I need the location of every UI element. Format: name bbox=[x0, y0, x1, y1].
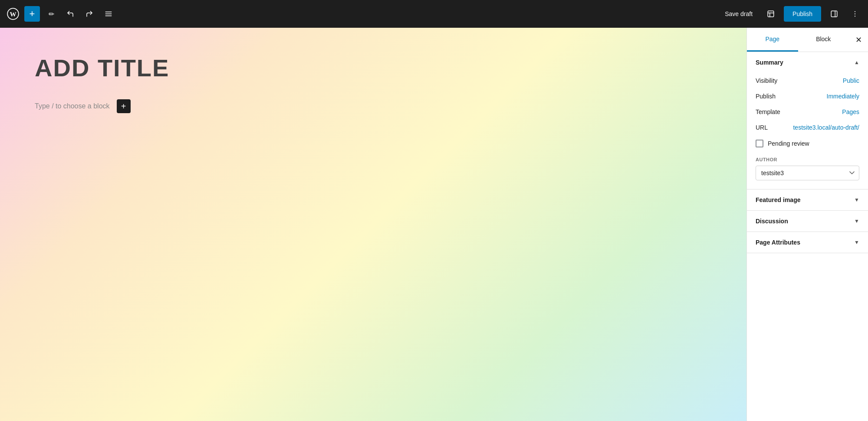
undo-button[interactable] bbox=[62, 6, 78, 22]
main-area: ADD TITLE Type / to choose a block + Pag… bbox=[0, 28, 868, 421]
add-block-toolbar-button[interactable]: + bbox=[24, 6, 40, 22]
template-row: Template Pages bbox=[756, 104, 859, 120]
discussion-title: Discussion bbox=[756, 218, 788, 225]
edit-icon: ✏ bbox=[49, 10, 54, 18]
more-options-button[interactable] bbox=[847, 6, 863, 22]
svg-point-10 bbox=[855, 11, 855, 12]
editor-canvas[interactable]: ADD TITLE Type / to choose a block + bbox=[0, 28, 746, 421]
sidebar-tabs: Page Block ✕ bbox=[747, 28, 868, 52]
discussion-chevron-down-icon: ▼ bbox=[854, 218, 859, 224]
post-title[interactable]: ADD TITLE bbox=[35, 54, 712, 82]
close-icon: ✕ bbox=[855, 35, 862, 45]
wp-logo[interactable]: W bbox=[5, 6, 21, 22]
featured-image-section[interactable]: Featured image ▼ bbox=[747, 189, 868, 211]
summary-chevron-up-icon: ▲ bbox=[854, 59, 859, 65]
list-view-button[interactable] bbox=[101, 6, 116, 22]
visibility-label: Visibility bbox=[756, 77, 777, 84]
sidebar-toggle-button[interactable] bbox=[826, 6, 842, 22]
template-value[interactable]: Pages bbox=[842, 108, 859, 115]
sidebar-close-button[interactable]: ✕ bbox=[849, 30, 868, 49]
svg-rect-8 bbox=[831, 11, 837, 17]
tab-page[interactable]: Page bbox=[747, 28, 798, 52]
visibility-row: Visibility Public bbox=[756, 73, 859, 88]
author-select[interactable]: testsite3 bbox=[756, 166, 859, 180]
url-value[interactable]: testsite3.local/auto-draft/ bbox=[793, 124, 859, 131]
page-attributes-chevron-down-icon: ▼ bbox=[854, 239, 859, 245]
redo-button[interactable] bbox=[82, 6, 97, 22]
publish-value[interactable]: Immediately bbox=[827, 93, 859, 100]
summary-title: Summary bbox=[756, 59, 783, 66]
page-attributes-title: Page Attributes bbox=[756, 239, 800, 246]
url-row: URL testsite3.local/auto-draft/ bbox=[756, 120, 859, 135]
svg-rect-5 bbox=[768, 11, 774, 17]
summary-section-header[interactable]: Summary ▲ bbox=[747, 52, 868, 73]
toolbar-right: Save draft Publish bbox=[720, 6, 863, 22]
preview-button[interactable] bbox=[763, 6, 779, 22]
svg-point-11 bbox=[855, 13, 855, 14]
author-label: AUTHOR bbox=[756, 157, 859, 162]
page-attributes-section[interactable]: Page Attributes ▼ bbox=[747, 232, 868, 253]
sidebar: Page Block ✕ Summary ▲ Visibility Public bbox=[746, 28, 868, 421]
publish-row: Publish Immediately bbox=[756, 88, 859, 104]
toolbar-left: W + ✏ bbox=[5, 6, 116, 22]
block-placeholder-area: Type / to choose a block + bbox=[35, 99, 712, 113]
featured-image-chevron-down-icon: ▼ bbox=[854, 197, 859, 203]
pending-review-row: Pending review bbox=[756, 135, 859, 152]
template-label: Template bbox=[756, 108, 780, 115]
visibility-value[interactable]: Public bbox=[843, 77, 859, 84]
url-label: URL bbox=[756, 124, 768, 131]
author-section: AUTHOR testsite3 bbox=[756, 152, 859, 180]
add-block-inline-button[interactable]: + bbox=[117, 99, 131, 113]
svg-text:W: W bbox=[10, 10, 16, 18]
pending-review-checkbox[interactable] bbox=[756, 140, 763, 147]
publish-label: Publish bbox=[756, 93, 776, 100]
placeholder-text: Type / to choose a block bbox=[35, 102, 110, 110]
pending-review-label: Pending review bbox=[768, 140, 809, 147]
discussion-section[interactable]: Discussion ▼ bbox=[747, 211, 868, 232]
edit-mode-button[interactable]: ✏ bbox=[43, 6, 59, 22]
summary-content: Visibility Public Publish Immediately Te… bbox=[747, 73, 868, 189]
tab-block[interactable]: Block bbox=[798, 28, 849, 52]
publish-button[interactable]: Publish bbox=[784, 6, 821, 22]
featured-image-title: Featured image bbox=[756, 196, 800, 203]
toolbar: W + ✏ Save draft bbox=[0, 0, 868, 28]
summary-section: Summary ▲ Visibility Public Publish Imme… bbox=[747, 52, 868, 189]
save-draft-button[interactable]: Save draft bbox=[720, 8, 758, 20]
svg-point-12 bbox=[855, 16, 855, 16]
